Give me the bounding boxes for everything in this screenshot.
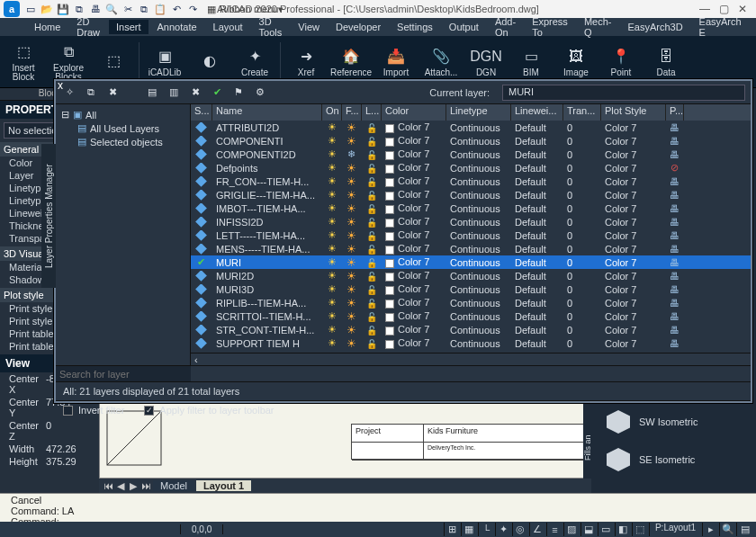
- column-header[interactable]: On: [322, 104, 342, 121]
- status-polar-icon[interactable]: ✦: [495, 523, 511, 536]
- layer-row[interactable]: ✔MURI☀☀🔓Color 7ContinuousDefault0Color 7…: [191, 255, 751, 269]
- qat-cut-icon[interactable]: ✂: [121, 2, 135, 16]
- column-header[interactable]: Name: [212, 104, 322, 121]
- qat-copy-icon[interactable]: ⧉: [137, 2, 151, 16]
- status-grid-icon[interactable]: ▦: [461, 523, 477, 536]
- column-header[interactable]: Color: [382, 104, 446, 121]
- menu-tab-developer[interactable]: Developer: [328, 20, 388, 34]
- column-header[interactable]: Linewei...: [511, 104, 563, 121]
- view-row[interactable]: Center Z0: [0, 419, 99, 443]
- menu-tab-settings[interactable]: Settings: [390, 20, 440, 34]
- status-qp-icon[interactable]: ▭: [598, 523, 614, 536]
- status-nav-icon[interactable]: ▸: [702, 523, 718, 536]
- layer-row[interactable]: MURI3D☀☀🔓Color 7ContinuousDefault0Color …: [191, 282, 751, 296]
- status-otrack-icon[interactable]: ∠: [529, 523, 545, 536]
- ribbon-image[interactable]: 🖼Image: [556, 40, 596, 85]
- status-zoom-icon[interactable]: 🔍: [719, 523, 735, 536]
- view-row[interactable]: Width472.26: [0, 443, 99, 455]
- invert-filter-checkbox[interactable]: Invert filter: [63, 405, 124, 416]
- layer-row[interactable]: STR_CONT-TIEM-H...☀☀🔓Color 7ContinuousDe…: [191, 323, 751, 336]
- layer-on-icon[interactable]: ✔: [209, 85, 225, 101]
- layer-search-input[interactable]: [56, 366, 191, 381]
- ribbon-create[interactable]: ✦Create: [235, 40, 274, 85]
- layer-row[interactable]: COMPONENTI2D☀❄🔓Color 7ContinuousDefault0…: [191, 148, 751, 161]
- panel-close-icon[interactable]: x: [58, 79, 63, 92]
- layer-row[interactable]: SCRITTOI--TIEM-H...☀☀🔓Color 7ContinuousD…: [191, 309, 751, 323]
- column-header[interactable]: Plot Style: [601, 104, 666, 121]
- layer-row[interactable]: FR_CON---TIEM-H...☀☀🔓Color 7ContinuousDe…: [191, 175, 751, 188]
- column-header[interactable]: F...: [342, 104, 362, 121]
- menu-tab-layout[interactable]: Layout: [206, 20, 250, 34]
- menu-tab-annotate[interactable]: Annotate: [150, 20, 204, 34]
- menu-tab-add-on[interactable]: Add-On: [488, 14, 523, 40]
- column-header[interactable]: Tran...: [563, 104, 601, 121]
- menu-tab-help[interactable]: Help: [751, 20, 756, 34]
- minimize-button[interactable]: —: [699, 3, 710, 15]
- ribbon-point[interactable]: 📍Point: [601, 40, 641, 85]
- layer-states-icon[interactable]: ▤: [144, 85, 160, 101]
- tree-all-used[interactable]: ▤ All Used Layers: [61, 121, 184, 135]
- status-osnap-icon[interactable]: ◎: [512, 523, 528, 536]
- new-group-icon[interactable]: ⧉: [83, 85, 99, 101]
- menu-tab-output[interactable]: Output: [442, 20, 486, 34]
- qat-paste-icon[interactable]: 📋: [153, 2, 167, 16]
- qat-redo-icon[interactable]: ↷: [185, 2, 200, 16]
- ribbon-btn[interactable]: ◐: [190, 40, 230, 85]
- apply-filter-checkbox[interactable]: ✓Apply filter to layer toolbar: [144, 405, 274, 416]
- qat-open-icon[interactable]: 📂: [40, 2, 54, 16]
- layer-settings-icon[interactable]: ⚙: [252, 85, 268, 101]
- column-header[interactable]: Linetype: [446, 104, 511, 121]
- layer-row[interactable]: INFISSI2D☀☀🔓Color 7ContinuousDefault0Col…: [191, 215, 751, 228]
- ribbon-attach-[interactable]: 📎Attach...: [421, 40, 461, 85]
- layer-filter-icon[interactable]: ▥: [166, 85, 182, 101]
- ribbon-import[interactable]: 📥Import: [376, 40, 416, 85]
- ribbon-explore[interactable]: ⧉ExploreBlocks: [49, 40, 88, 85]
- layer-row[interactable]: RIPLIB---TIEM-HA...☀☀🔓Color 7ContinuousD…: [191, 296, 751, 309]
- ribbon-insert[interactable]: ⬚InsertBlock: [4, 40, 43, 85]
- status-hatch-icon[interactable]: ▨: [563, 523, 580, 536]
- tree-root[interactable]: ⊟ ▣ All: [61, 108, 184, 121]
- layer-row[interactable]: SUPPORT TIEM H☀☀🔓Color 7ContinuousDefaul…: [191, 336, 751, 350]
- view-row[interactable]: Height375.29: [0, 455, 99, 468]
- sheet-prev-icon[interactable]: ◀: [115, 480, 126, 492]
- layer-row[interactable]: LETT-----TIEM-HA...☀☀🔓Color 7ContinuousD…: [191, 228, 751, 242]
- ribbon-dgn[interactable]: DGNDGN: [466, 40, 506, 85]
- command-line[interactable]: Cancel Command: LA Command:: [0, 493, 756, 522]
- qat-new-icon[interactable]: ▭: [23, 2, 38, 16]
- current-layer-field[interactable]: MURI: [502, 85, 745, 101]
- layer-row[interactable]: MURI2D☀☀🔓Color 7ContinuousDefault0Color …: [191, 269, 751, 282]
- layer-tool-icon[interactable]: ⚑: [230, 85, 247, 101]
- status-tablet-icon[interactable]: ⬚: [632, 523, 648, 536]
- status-lwt-icon[interactable]: ≡: [546, 523, 562, 536]
- tab-layout1[interactable]: Layout 1: [196, 480, 251, 491]
- sheet-next-icon[interactable]: ▶: [128, 480, 139, 492]
- menu-tab-mech-q[interactable]: Mech-Q: [577, 14, 619, 40]
- menu-tab-home[interactable]: Home: [27, 20, 68, 34]
- menu-tab-3d-tools[interactable]: 3D Tools: [252, 14, 290, 40]
- status-pan-icon[interactable]: ▤: [736, 523, 752, 536]
- layer-row[interactable]: ATTRIBUTI2D☀☀🔓Color 7ContinuousDefault0C…: [191, 121, 751, 134]
- sheet-first-icon[interactable]: ⏮: [103, 480, 113, 491]
- layer-row[interactable]: COMPONENTI☀☀🔓Color 7ContinuousDefault0Co…: [191, 134, 751, 148]
- layer-row[interactable]: IMBOT---TIEM-HA...☀☀🔓Color 7ContinuousDe…: [191, 201, 751, 215]
- layer-row[interactable]: GRIGLIE---TIEM-HA...☀☀🔓Color 7Continuous…: [191, 188, 751, 201]
- qat-undo-icon[interactable]: ↶: [169, 2, 184, 16]
- layer-grid-header[interactable]: S...NameOnF...L...ColorLinetypeLinewei..…: [191, 104, 751, 121]
- layer-off-icon[interactable]: ✖: [187, 85, 203, 101]
- delete-layer-icon[interactable]: ✖: [104, 85, 121, 101]
- status-dyn-icon[interactable]: ⬓: [580, 523, 597, 536]
- ribbon-xref[interactable]: ➜Xref: [286, 40, 326, 85]
- new-layer-icon[interactable]: ✧: [61, 85, 77, 101]
- status-ortho-icon[interactable]: └: [478, 523, 494, 536]
- tab-model[interactable]: Model: [153, 480, 194, 491]
- ribbon-btn[interactable]: ⬚: [94, 40, 133, 85]
- column-header[interactable]: S...: [191, 104, 212, 121]
- ribbon-data[interactable]: 🗄Data: [646, 40, 686, 85]
- menu-tab-easyarch-e[interactable]: EasyArch E: [692, 14, 749, 40]
- se-isometric-button[interactable]: SE Isometric: [598, 441, 756, 479]
- layer-row[interactable]: MENS-----TIEM-HA...☀☀🔓Color 7ContinuousD…: [191, 242, 751, 255]
- ribbon-icadlib[interactable]: ▣iCADLib: [145, 40, 184, 85]
- layer-row[interactable]: Defpoints☀☀🔓Color 7ContinuousDefault0Col…: [191, 161, 751, 175]
- menu-tab-2d-draw[interactable]: 2D Draw: [69, 14, 107, 40]
- ribbon-bim[interactable]: ▭BIM: [511, 40, 551, 85]
